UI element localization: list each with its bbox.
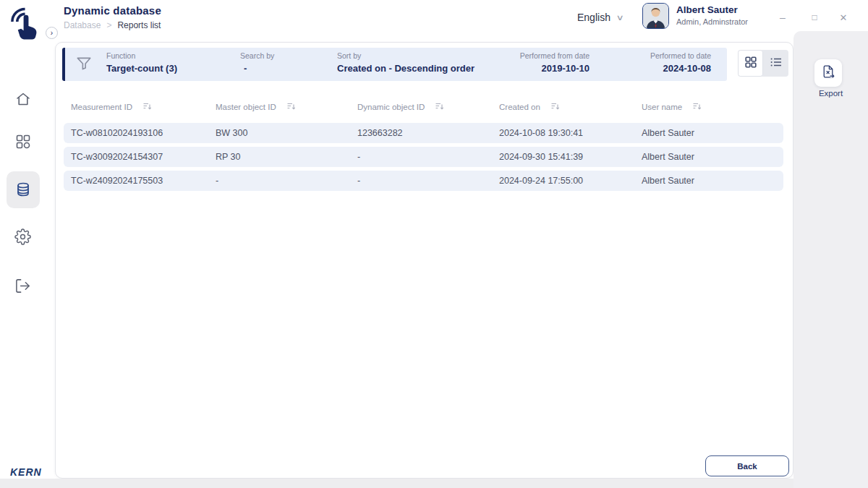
table-row[interactable]: TC-w30092024154307 RP 30 - 2024-09-30 15…	[64, 147, 783, 167]
filter-field-from-date[interactable]: Performed from date 2019-10-10	[474, 51, 590, 74]
table-row[interactable]: TC-w08102024193106 BW 300 123663282 2024…	[64, 123, 783, 143]
chevron-right-icon: ›	[51, 29, 53, 37]
column-label: User name	[642, 103, 682, 111]
filter-function-value: Target-count (3)	[106, 63, 177, 74]
cell-master-object-id: BW 300	[216, 128, 357, 138]
cell-master-object-id: RP 30	[216, 152, 357, 162]
window-maximize-button[interactable]: □	[806, 9, 823, 26]
column-header-measurement-id: Measurement ID	[71, 102, 216, 113]
sidebar-item-apps[interactable]	[14, 133, 32, 150]
filter-function-label: Function	[106, 51, 177, 60]
breadcrumb-parent[interactable]: Database	[64, 20, 101, 30]
filter-search-value: -	[240, 63, 274, 74]
filter-field-sort-by[interactable]: Sort by Created on - Descending order	[337, 51, 475, 74]
filter-to-label: Performed to date	[593, 51, 711, 60]
back-button-label: Back	[737, 462, 757, 471]
apps-icon	[14, 140, 32, 153]
filter-from-value: 2019-10-10	[474, 63, 590, 74]
user-avatar[interactable]	[642, 3, 669, 29]
user-role: Admin, Adminstrator	[676, 17, 748, 26]
user-name: Albert Sauter	[676, 4, 738, 15]
side-action-panel	[793, 31, 868, 488]
export-button[interactable]	[814, 59, 842, 87]
table-row[interactable]: TC-w24092024175503 - - 2024-09-24 17:55:…	[64, 171, 783, 191]
column-header-created-on: Created on	[499, 102, 642, 113]
filter-sort-label: Sort by	[337, 51, 475, 60]
column-header-master-object-id: Master object ID	[216, 102, 357, 113]
language-label: English	[577, 12, 610, 23]
table-header-row: Measurement ID Master object ID Dynamic …	[64, 98, 783, 116]
view-toggle-group	[738, 50, 788, 77]
database-icon	[14, 181, 32, 198]
filter-field-function[interactable]: Function Target-count (3)	[106, 51, 177, 74]
export-file-icon	[820, 64, 836, 82]
breadcrumb-separator-icon: >	[106, 20, 111, 30]
grid-view-button[interactable]	[738, 50, 763, 77]
bottom-strip	[0, 479, 868, 488]
filter-funnel-icon	[75, 53, 93, 74]
list-view-button[interactable]	[763, 50, 788, 77]
window-minimize-button[interactable]: –	[774, 9, 791, 26]
filter-sort-value: Created on - Descending order	[337, 63, 475, 74]
column-header-user-name: User name	[642, 102, 783, 113]
sidebar-item-logout[interactable]	[14, 278, 32, 295]
cell-user-name: Albert Sauter	[642, 152, 783, 162]
cell-measurement-id: TC-w08102024193106	[71, 128, 216, 138]
cell-created-on: 2024-10-08 19:30:41	[499, 128, 642, 138]
chevron-down-icon: ∨	[616, 13, 624, 22]
sidebar-item-home[interactable]	[14, 90, 32, 108]
breadcrumb-current: Reports list	[117, 20, 161, 30]
sidebar-expand-button[interactable]: ›	[46, 27, 58, 39]
cell-measurement-id: TC-w30092024154307	[71, 152, 216, 162]
column-filter-icon[interactable]	[692, 102, 702, 113]
app-window: ›	[0, 0, 868, 488]
grid-view-icon	[744, 56, 757, 72]
table-body: TC-w08102024193106 BW 300 123663282 2024…	[64, 123, 783, 191]
cell-measurement-id: TC-w24092024175503	[71, 176, 216, 186]
cell-master-object-id: -	[216, 176, 357, 186]
language-selector[interactable]: English ∨	[577, 12, 623, 23]
column-filter-icon[interactable]	[550, 102, 560, 113]
filter-to-value: 2024-10-08	[593, 63, 711, 74]
column-label: Master object ID	[216, 103, 276, 111]
breadcrumb: Database > Reports list	[64, 20, 161, 30]
cell-dynamic-object-id: 123663282	[357, 128, 499, 138]
column-header-dynamic-object-id: Dynamic object ID	[357, 102, 499, 113]
cell-created-on: 2024-09-30 15:41:39	[499, 152, 642, 162]
cell-dynamic-object-id: -	[357, 152, 499, 162]
cell-dynamic-object-id: -	[357, 176, 499, 186]
logout-icon	[14, 284, 31, 296]
export-button-label[interactable]: Export	[793, 89, 868, 98]
filter-search-label: Search by	[240, 51, 274, 60]
window-close-button[interactable]: ✕	[835, 9, 852, 26]
column-label: Dynamic object ID	[357, 103, 425, 111]
filter-field-to-date[interactable]: Performed to date 2024-10-08	[593, 51, 711, 74]
list-view-icon	[770, 56, 783, 72]
column-filter-icon[interactable]	[142, 102, 152, 113]
cell-created-on: 2024-09-24 17:55:00	[499, 176, 642, 186]
filter-field-search-by[interactable]: Search by -	[240, 51, 274, 74]
cell-user-name: Albert Sauter	[642, 176, 783, 186]
home-icon	[14, 98, 32, 110]
page-title: Dynamic database	[64, 4, 161, 17]
back-button[interactable]: Back	[705, 455, 789, 476]
app-logo-touch-icon	[9, 5, 43, 41]
filter-from-label: Performed from date	[474, 51, 590, 60]
column-filter-icon[interactable]	[435, 102, 444, 113]
sidebar-item-settings[interactable]	[14, 228, 32, 246]
column-label: Measurement ID	[71, 103, 132, 111]
column-label: Created on	[499, 103, 540, 111]
gear-icon	[14, 235, 31, 247]
column-filter-icon[interactable]	[286, 102, 296, 113]
cell-user-name: Albert Sauter	[642, 128, 783, 138]
